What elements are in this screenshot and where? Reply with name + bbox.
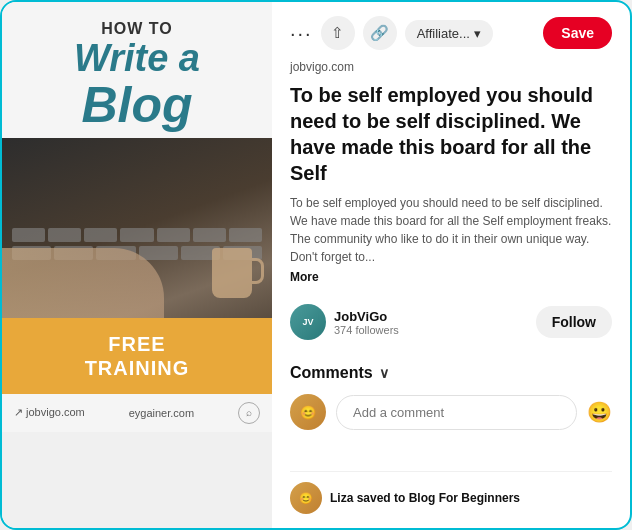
right-panel: ··· ⇧ 🔗 Affiliate... ▾ Save jobvigo.com …: [272, 2, 630, 528]
upload-button[interactable]: ⇧: [321, 16, 355, 50]
more-link[interactable]: More: [290, 270, 612, 284]
coffee-cup: [212, 248, 252, 298]
emoji-button[interactable]: 😀: [587, 400, 612, 424]
key: [12, 228, 45, 242]
card-image: [2, 138, 272, 318]
blog-text: Blog: [18, 80, 256, 130]
key: [157, 228, 190, 242]
card-top: HOW TO Write a Blog: [2, 2, 272, 138]
saved-text: Liza saved to Blog For Beginners: [330, 491, 520, 505]
saved-user-avatar: 😊: [290, 482, 322, 514]
modal: HOW TO Write a Blog: [0, 0, 632, 530]
comments-label: Comments: [290, 364, 373, 382]
comment-user-avatar: 😊: [290, 394, 326, 430]
lens-icon[interactable]: ⌕: [238, 402, 260, 424]
comments-header: Comments ∨: [290, 364, 612, 382]
follow-button[interactable]: Follow: [536, 306, 612, 338]
avatar-inner: JV: [290, 304, 326, 340]
author-name[interactable]: JobViGo: [334, 309, 399, 324]
free-training-text: FREE TRAINING: [18, 332, 256, 380]
hands-visual: [2, 248, 164, 318]
author-row: JV JobViGo 374 followers Follow: [290, 296, 612, 348]
author-info: JV JobViGo 374 followers: [290, 304, 399, 340]
how-to-text: HOW TO: [18, 20, 256, 38]
key: [48, 228, 81, 242]
key: [120, 228, 153, 242]
save-button[interactable]: Save: [543, 17, 612, 49]
keyboard-visual: [2, 138, 272, 318]
toolbar: ··· ⇧ 🔗 Affiliate... ▾ Save: [290, 16, 612, 50]
key: [84, 228, 117, 242]
link-button[interactable]: 🔗: [363, 16, 397, 50]
comment-input-row: 😊 😀: [290, 394, 612, 430]
saved-username[interactable]: Liza: [330, 491, 353, 505]
more-options-button[interactable]: ···: [290, 22, 313, 45]
description: To be self employed you should need to b…: [290, 194, 612, 266]
key-row-1: [12, 228, 262, 242]
saved-board[interactable]: Blog For Beginners: [409, 491, 520, 505]
link-icon: 🔗: [370, 24, 389, 42]
key: [229, 228, 262, 242]
card-footer: ↗ jobvigo.com eygainer.com ⌕: [2, 394, 272, 432]
card-bottom: FREE TRAINING: [2, 318, 272, 394]
left-panel: HOW TO Write a Blog: [2, 2, 272, 528]
affiliate-dropdown[interactable]: Affiliate... ▾: [405, 20, 493, 47]
author-followers: 374 followers: [334, 324, 399, 336]
affiliate-label: Affiliate...: [417, 26, 470, 41]
comments-chevron-icon[interactable]: ∨: [379, 365, 389, 381]
image-card: HOW TO Write a Blog: [2, 2, 272, 528]
comments-section: Comments ∨ 😊 😀: [290, 364, 612, 430]
site-link[interactable]: jobvigo.com: [290, 60, 612, 74]
saved-row: 😊 Liza saved to Blog For Beginners: [290, 471, 612, 514]
comment-input[interactable]: [336, 395, 577, 430]
write-a-text: Write a: [18, 38, 256, 80]
key: [193, 228, 226, 242]
author-details: JobViGo 374 followers: [334, 309, 399, 336]
main-title: To be self employed you should need to b…: [290, 82, 612, 186]
saved-to-label: saved to: [353, 491, 408, 505]
upload-icon: ⇧: [331, 24, 344, 42]
chevron-down-icon: ▾: [474, 26, 481, 41]
comment-avatar-emoji: 😊: [300, 405, 316, 420]
avatar: JV: [290, 304, 326, 340]
saved-avatar-emoji: 😊: [299, 492, 313, 505]
footer-link-left: ↗ jobvigo.com: [14, 406, 85, 419]
footer-link-mid: eygainer.com: [129, 407, 194, 419]
